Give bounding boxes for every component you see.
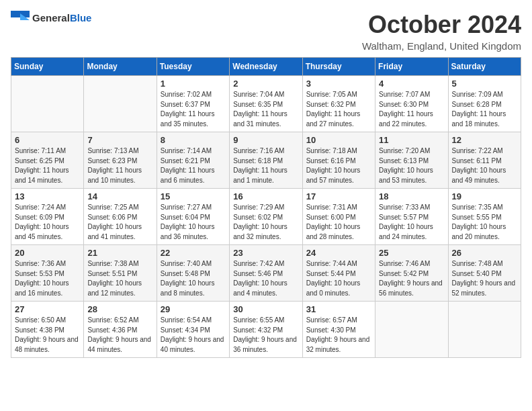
day-number: 23 [233, 248, 298, 258]
day-info: Sunrise: 7:05 AMSunset: 6:32 PMDaylight:… [306, 90, 371, 129]
day-info: Sunrise: 7:29 AMSunset: 6:02 PMDaylight:… [233, 203, 298, 242]
day-number: 13 [15, 191, 80, 201]
day-info: Sunrise: 7:44 AMSunset: 5:44 PMDaylight:… [306, 259, 371, 298]
calendar-cell: 28Sunrise: 6:52 AMSunset: 4:36 PMDayligh… [84, 302, 157, 358]
calendar-cell [448, 302, 521, 358]
calendar-cell: 7Sunrise: 7:13 AMSunset: 6:23 PMDaylight… [84, 132, 157, 189]
day-number: 20 [15, 248, 80, 258]
day-info: Sunrise: 7:46 AMSunset: 5:42 PMDaylight:… [379, 259, 444, 298]
day-number: 28 [87, 304, 152, 314]
calendar-cell: 14Sunrise: 7:25 AMSunset: 6:06 PMDayligh… [84, 189, 157, 245]
day-number: 1 [161, 79, 226, 89]
weekday-header: Friday [375, 58, 448, 76]
day-number: 12 [452, 135, 517, 145]
logo: GeneralBlue [11, 11, 91, 26]
day-number: 30 [233, 304, 298, 314]
calendar-cell: 8Sunrise: 7:14 AMSunset: 6:21 PMDaylight… [157, 132, 229, 189]
calendar-cell: 31Sunrise: 6:57 AMSunset: 4:30 PMDayligh… [302, 302, 375, 358]
day-number: 21 [87, 248, 152, 258]
weekday-header: Sunday [11, 58, 84, 76]
day-number: 19 [452, 191, 517, 201]
weekday-header: Monday [84, 58, 157, 76]
day-number: 10 [306, 135, 371, 145]
day-info: Sunrise: 7:31 AMSunset: 6:00 PMDaylight:… [306, 203, 371, 242]
title-block: October 2024 Waltham, England, United Ki… [362, 11, 521, 52]
day-number: 25 [379, 248, 444, 258]
day-info: Sunrise: 7:11 AMSunset: 6:25 PMDaylight:… [15, 146, 80, 185]
day-number: 4 [379, 79, 444, 89]
day-info: Sunrise: 7:22 AMSunset: 6:11 PMDaylight:… [452, 146, 517, 185]
calendar-week-row: 27Sunrise: 6:50 AMSunset: 4:38 PMDayligh… [11, 302, 521, 358]
day-number: 16 [233, 191, 298, 201]
day-number: 14 [87, 191, 152, 201]
calendar-week-row: 6Sunrise: 7:11 AMSunset: 6:25 PMDaylight… [11, 132, 521, 189]
calendar-cell: 21Sunrise: 7:38 AMSunset: 5:51 PMDayligh… [84, 245, 157, 302]
day-info: Sunrise: 6:54 AMSunset: 4:34 PMDaylight:… [161, 316, 226, 355]
calendar-cell: 26Sunrise: 7:48 AMSunset: 5:40 PMDayligh… [448, 245, 521, 302]
day-info: Sunrise: 6:57 AMSunset: 4:30 PMDaylight:… [306, 316, 371, 355]
day-info: Sunrise: 7:25 AMSunset: 6:06 PMDaylight:… [87, 203, 152, 242]
calendar-cell: 20Sunrise: 7:36 AMSunset: 5:53 PMDayligh… [11, 245, 84, 302]
calendar-cell: 29Sunrise: 6:54 AMSunset: 4:34 PMDayligh… [157, 302, 229, 358]
day-info: Sunrise: 7:14 AMSunset: 6:21 PMDaylight:… [161, 146, 226, 185]
weekday-header: Saturday [448, 58, 521, 76]
day-number: 24 [306, 248, 371, 258]
calendar-cell: 3Sunrise: 7:05 AMSunset: 6:32 PMDaylight… [302, 76, 375, 132]
calendar-cell: 1Sunrise: 7:02 AMSunset: 6:37 PMDaylight… [157, 76, 229, 132]
day-number: 31 [306, 304, 371, 314]
calendar-cell: 17Sunrise: 7:31 AMSunset: 6:00 PMDayligh… [302, 189, 375, 245]
weekday-header: Wednesday [230, 58, 302, 76]
svg-rect-0 [11, 11, 20, 17]
calendar-cell: 15Sunrise: 7:27 AMSunset: 6:04 PMDayligh… [157, 189, 229, 245]
weekday-header-row: SundayMondayTuesdayWednesdayThursdayFrid… [11, 58, 521, 76]
calendar-week-row: 1Sunrise: 7:02 AMSunset: 6:37 PMDaylight… [11, 76, 521, 132]
day-info: Sunrise: 7:24 AMSunset: 6:09 PMDaylight:… [15, 203, 80, 242]
day-info: Sunrise: 7:27 AMSunset: 6:04 PMDaylight:… [161, 203, 226, 242]
calendar-cell: 16Sunrise: 7:29 AMSunset: 6:02 PMDayligh… [230, 189, 302, 245]
day-info: Sunrise: 7:38 AMSunset: 5:51 PMDaylight:… [87, 259, 152, 298]
day-info: Sunrise: 7:33 AMSunset: 5:57 PMDaylight:… [379, 203, 444, 242]
day-number: 15 [161, 191, 226, 201]
day-info: Sunrise: 7:16 AMSunset: 6:18 PMDaylight:… [233, 146, 298, 185]
day-number: 26 [452, 248, 517, 258]
calendar-cell: 23Sunrise: 7:42 AMSunset: 5:46 PMDayligh… [230, 245, 302, 302]
day-info: Sunrise: 7:35 AMSunset: 5:55 PMDaylight:… [452, 203, 517, 242]
calendar-cell: 24Sunrise: 7:44 AMSunset: 5:44 PMDayligh… [302, 245, 375, 302]
calendar-cell [375, 302, 448, 358]
calendar-cell: 18Sunrise: 7:33 AMSunset: 5:57 PMDayligh… [375, 189, 448, 245]
calendar-cell: 22Sunrise: 7:40 AMSunset: 5:48 PMDayligh… [157, 245, 229, 302]
calendar-cell: 30Sunrise: 6:55 AMSunset: 4:32 PMDayligh… [230, 302, 302, 358]
day-number: 11 [379, 135, 444, 145]
logo-icon [11, 11, 30, 26]
day-number: 27 [15, 304, 80, 314]
weekday-header: Tuesday [157, 58, 229, 76]
day-number: 7 [87, 135, 152, 145]
day-number: 6 [15, 135, 80, 145]
day-info: Sunrise: 7:48 AMSunset: 5:40 PMDaylight:… [452, 259, 517, 298]
day-info: Sunrise: 7:20 AMSunset: 6:13 PMDaylight:… [379, 146, 444, 185]
calendar-cell [84, 76, 157, 132]
day-number: 29 [161, 304, 226, 314]
day-number: 22 [161, 248, 226, 258]
day-info: Sunrise: 7:36 AMSunset: 5:53 PMDaylight:… [15, 259, 80, 298]
calendar-cell: 9Sunrise: 7:16 AMSunset: 6:18 PMDaylight… [230, 132, 302, 189]
calendar-cell: 19Sunrise: 7:35 AMSunset: 5:55 PMDayligh… [448, 189, 521, 245]
calendar-cell: 10Sunrise: 7:18 AMSunset: 6:16 PMDayligh… [302, 132, 375, 189]
calendar-cell: 12Sunrise: 7:22 AMSunset: 6:11 PMDayligh… [448, 132, 521, 189]
day-number: 9 [233, 135, 298, 145]
day-number: 2 [233, 79, 298, 89]
calendar-cell: 4Sunrise: 7:07 AMSunset: 6:30 PMDaylight… [375, 76, 448, 132]
day-info: Sunrise: 7:04 AMSunset: 6:35 PMDaylight:… [233, 90, 298, 129]
calendar-week-row: 13Sunrise: 7:24 AMSunset: 6:09 PMDayligh… [11, 189, 521, 245]
day-info: Sunrise: 7:42 AMSunset: 5:46 PMDaylight:… [233, 259, 298, 298]
day-number: 17 [306, 191, 371, 201]
calendar-week-row: 20Sunrise: 7:36 AMSunset: 5:53 PMDayligh… [11, 245, 521, 302]
calendar-cell: 25Sunrise: 7:46 AMSunset: 5:42 PMDayligh… [375, 245, 448, 302]
day-info: Sunrise: 7:07 AMSunset: 6:30 PMDaylight:… [379, 90, 444, 129]
calendar-cell: 2Sunrise: 7:04 AMSunset: 6:35 PMDaylight… [230, 76, 302, 132]
day-number: 3 [306, 79, 371, 89]
day-info: Sunrise: 7:13 AMSunset: 6:23 PMDaylight:… [87, 146, 152, 185]
month-title: October 2024 [362, 11, 521, 39]
calendar-cell [11, 76, 84, 132]
page-header: GeneralBlue October 2024 Waltham, Englan… [11, 11, 521, 52]
